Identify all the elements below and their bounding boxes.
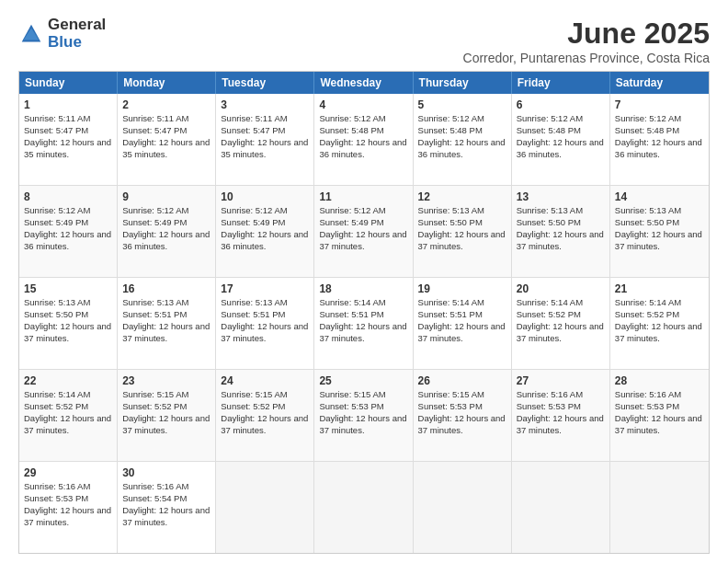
logo-icon	[18, 21, 44, 47]
day-24-daylight: Daylight: 12 hours and 37 minutes.	[221, 413, 308, 435]
day-number-30: 30	[122, 465, 210, 480]
day-number-5: 5	[418, 98, 506, 112]
day-16-sunrise: Sunrise: 5:13 AM	[122, 297, 188, 307]
logo: General Blue	[18, 17, 106, 51]
day-3-daylight: Daylight: 12 hours and 35 minutes.	[221, 137, 308, 159]
day-12-sunset: Sunset: 5:50 PM	[418, 217, 483, 227]
day-30-sunrise: Sunrise: 5:16 AM	[122, 481, 188, 491]
day-28: 28 Sunrise: 5:16 AM Sunset: 5:53 PM Dayl…	[610, 370, 709, 461]
day-15: 15 Sunrise: 5:13 AM Sunset: 5:50 PM Dayl…	[19, 278, 118, 369]
day-8-sunrise: Sunrise: 5:12 AM	[24, 205, 90, 215]
day-11-sunrise: Sunrise: 5:12 AM	[319, 205, 385, 215]
day-26: 26 Sunrise: 5:15 AM Sunset: 5:53 PM Dayl…	[414, 370, 512, 461]
day-17-daylight: Daylight: 12 hours and 37 minutes.	[221, 321, 308, 343]
day-12-daylight: Daylight: 12 hours and 37 minutes.	[418, 229, 506, 251]
day-21: 21 Sunrise: 5:14 AM Sunset: 5:52 PM Dayl…	[610, 278, 709, 369]
day-12: 12 Sunrise: 5:13 AM Sunset: 5:50 PM Dayl…	[414, 186, 512, 277]
day-30: 30 Sunrise: 5:16 AM Sunset: 5:54 PM Dayl…	[118, 462, 216, 553]
day-2-sunrise: Sunrise: 5:11 AM	[122, 113, 188, 123]
day-number-16: 16	[122, 282, 210, 296]
day-number-13: 13	[517, 190, 605, 204]
day-9-sunrise: Sunrise: 5:12 AM	[122, 205, 188, 215]
calendar: Sunday Monday Tuesday Wednesday Thursday…	[18, 71, 710, 554]
header: General Blue June 2025 Corredor, Puntare…	[18, 17, 710, 65]
day-number-18: 18	[319, 282, 407, 296]
day-27-sunrise: Sunrise: 5:16 AM	[517, 389, 583, 399]
day-number-7: 7	[615, 98, 704, 112]
day-number-28: 28	[615, 373, 704, 388]
header-friday: Friday	[512, 72, 610, 94]
day-11: 11 Sunrise: 5:12 AM Sunset: 5:49 PM Dayl…	[314, 186, 413, 277]
day-5-daylight: Daylight: 12 hours and 36 minutes.	[418, 137, 506, 159]
day-22-sunset: Sunset: 5:52 PM	[24, 401, 88, 411]
day-empty-3	[414, 462, 512, 553]
day-29: 29 Sunrise: 5:16 AM Sunset: 5:53 PM Dayl…	[19, 462, 118, 553]
day-16-daylight: Daylight: 12 hours and 37 minutes.	[122, 321, 210, 343]
day-6: 6 Sunrise: 5:12 AM Sunset: 5:48 PM Dayli…	[512, 94, 610, 185]
calendar-body: 1 Sunrise: 5:11 AM Sunset: 5:47 PM Dayli…	[19, 94, 709, 553]
day-12-sunrise: Sunrise: 5:13 AM	[418, 205, 484, 215]
day-28-sunrise: Sunrise: 5:16 AM	[615, 389, 681, 399]
day-2: 2 Sunrise: 5:11 AM Sunset: 5:47 PM Dayli…	[118, 94, 216, 185]
day-empty-5	[610, 462, 709, 553]
location-title: Corredor, Puntarenas Province, Costa Ric…	[463, 51, 710, 65]
day-24: 24 Sunrise: 5:15 AM Sunset: 5:52 PM Dayl…	[216, 370, 314, 461]
day-28-sunset: Sunset: 5:53 PM	[615, 401, 679, 411]
header-saturday: Saturday	[610, 72, 709, 94]
day-number-8: 8	[24, 190, 112, 204]
logo-text: General Blue	[48, 17, 106, 51]
day-24-sunset: Sunset: 5:52 PM	[221, 401, 285, 411]
day-19-daylight: Daylight: 12 hours and 37 minutes.	[418, 321, 506, 343]
day-28-daylight: Daylight: 12 hours and 37 minutes.	[615, 413, 702, 435]
day-1: 1 Sunrise: 5:11 AM Sunset: 5:47 PM Dayli…	[19, 94, 118, 185]
day-number-23: 23	[122, 373, 210, 388]
day-22: 22 Sunrise: 5:14 AM Sunset: 5:52 PM Dayl…	[19, 370, 118, 461]
day-number-27: 27	[517, 373, 605, 388]
day-13: 13 Sunrise: 5:13 AM Sunset: 5:50 PM Dayl…	[512, 186, 610, 277]
day-26-daylight: Daylight: 12 hours and 37 minutes.	[418, 413, 506, 435]
day-7-sunrise: Sunrise: 5:12 AM	[615, 113, 681, 123]
header-monday: Monday	[118, 72, 216, 94]
day-20-daylight: Daylight: 12 hours and 37 minutes.	[517, 321, 604, 343]
day-number-21: 21	[615, 282, 704, 296]
day-23-sunset: Sunset: 5:52 PM	[122, 401, 187, 411]
header-tuesday: Tuesday	[216, 72, 314, 94]
day-7-sunset: Sunset: 5:48 PM	[615, 125, 679, 135]
day-16: 16 Sunrise: 5:13 AM Sunset: 5:51 PM Dayl…	[118, 278, 216, 369]
day-1-daylight: Daylight: 12 hours and 35 minutes.	[24, 137, 111, 159]
day-number-11: 11	[319, 190, 407, 204]
day-23-sunrise: Sunrise: 5:15 AM	[122, 389, 188, 399]
day-17-sunset: Sunset: 5:51 PM	[221, 309, 285, 319]
day-4-daylight: Daylight: 12 hours and 36 minutes.	[319, 137, 406, 159]
day-19: 19 Sunrise: 5:14 AM Sunset: 5:51 PM Dayl…	[414, 278, 512, 369]
day-4-sunset: Sunset: 5:48 PM	[319, 125, 383, 135]
day-6-sunset: Sunset: 5:48 PM	[517, 125, 581, 135]
day-2-sunset: Sunset: 5:47 PM	[122, 125, 187, 135]
day-empty-2	[314, 462, 413, 553]
day-13-sunrise: Sunrise: 5:13 AM	[517, 205, 583, 215]
day-19-sunrise: Sunrise: 5:14 AM	[418, 297, 484, 307]
day-4-sunrise: Sunrise: 5:12 AM	[319, 113, 385, 123]
day-number-26: 26	[418, 373, 506, 388]
day-23: 23 Sunrise: 5:15 AM Sunset: 5:52 PM Dayl…	[118, 370, 216, 461]
day-number-3: 3	[221, 98, 309, 112]
week-row-2: 8 Sunrise: 5:12 AM Sunset: 5:49 PM Dayli…	[19, 185, 709, 277]
day-30-daylight: Daylight: 12 hours and 37 minutes.	[122, 505, 210, 527]
day-number-10: 10	[221, 190, 309, 204]
day-30-sunset: Sunset: 5:54 PM	[122, 493, 187, 503]
day-number-22: 22	[24, 373, 112, 388]
day-16-sunset: Sunset: 5:51 PM	[122, 309, 187, 319]
header-sunday: Sunday	[19, 72, 118, 94]
day-5: 5 Sunrise: 5:12 AM Sunset: 5:48 PM Dayli…	[414, 94, 512, 185]
day-number-4: 4	[319, 98, 407, 112]
day-7-daylight: Daylight: 12 hours and 36 minutes.	[615, 137, 702, 159]
day-27-sunset: Sunset: 5:53 PM	[517, 401, 581, 411]
day-13-sunset: Sunset: 5:50 PM	[517, 217, 581, 227]
day-23-daylight: Daylight: 12 hours and 37 minutes.	[122, 413, 210, 435]
day-14: 14 Sunrise: 5:13 AM Sunset: 5:50 PM Dayl…	[610, 186, 709, 277]
week-row-3: 15 Sunrise: 5:13 AM Sunset: 5:50 PM Dayl…	[19, 277, 709, 369]
day-8: 8 Sunrise: 5:12 AM Sunset: 5:49 PM Dayli…	[19, 186, 118, 277]
day-24-sunrise: Sunrise: 5:15 AM	[221, 389, 287, 399]
day-3: 3 Sunrise: 5:11 AM Sunset: 5:47 PM Dayli…	[216, 94, 314, 185]
header-thursday: Thursday	[414, 72, 512, 94]
